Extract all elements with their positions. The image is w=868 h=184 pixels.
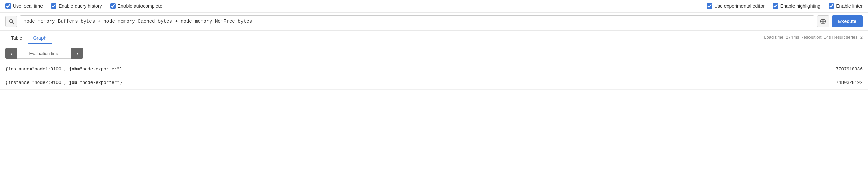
query-bar: Execute <box>0 13 868 31</box>
eval-time-label: Evaluation time <box>17 48 71 59</box>
enable-autocomplete-input[interactable] <box>110 3 116 9</box>
eval-next-button[interactable]: › <box>71 48 83 59</box>
result-row: {instance="node2:9100", job="node-export… <box>0 76 868 90</box>
enable-highlighting-label: Enable highlighting <box>780 3 820 9</box>
use-experimental-editor-checkbox[interactable]: Use experimental editor <box>707 3 765 9</box>
enable-query-history-label: Enable query history <box>59 3 102 9</box>
search-button[interactable] <box>5 16 17 27</box>
top-bar-left: Use local time Enable query history Enab… <box>5 3 699 9</box>
execute-button[interactable]: Execute <box>832 15 863 27</box>
tab-graph[interactable]: Graph <box>28 33 52 44</box>
globe-button[interactable] <box>817 15 829 27</box>
enable-linter-checkbox[interactable]: Enable linter <box>829 3 863 9</box>
enable-autocomplete-checkbox[interactable]: Enable autocomplete <box>110 3 163 9</box>
search-icon <box>9 19 14 24</box>
tab-table[interactable]: Table <box>5 33 28 44</box>
use-experimental-editor-label: Use experimental editor <box>714 3 765 9</box>
enable-query-history-input[interactable] <box>51 3 56 9</box>
enable-linter-label: Enable linter <box>836 3 863 9</box>
eval-row: ‹ Evaluation time › <box>0 44 868 62</box>
eval-nav: ‹ Evaluation time › <box>5 48 83 59</box>
enable-autocomplete-label: Enable autocomplete <box>118 3 163 9</box>
enable-highlighting-checkbox[interactable]: Enable highlighting <box>773 3 820 9</box>
top-bar-right: Use experimental editor Enable highlight… <box>707 3 863 9</box>
result-label-1: {instance="node1:9100", job="node-export… <box>5 67 122 72</box>
eval-prev-button[interactable]: ‹ <box>5 48 17 59</box>
svg-line-1 <box>12 22 14 24</box>
result-row: {instance="node1:9100", job="node-export… <box>0 62 868 76</box>
use-experimental-editor-input[interactable] <box>707 3 712 9</box>
tabs-row: Table Graph Load time: 274ms Resolution:… <box>0 31 868 44</box>
enable-query-history-checkbox[interactable]: Enable query history <box>51 3 102 9</box>
use-local-time-input[interactable] <box>5 3 11 9</box>
query-input[interactable] <box>20 15 814 27</box>
result-value-1: 7707918336 <box>836 67 863 72</box>
tabs-meta: Load time: 274ms Resolution: 14s Result … <box>764 35 863 42</box>
top-bar: Use local time Enable query history Enab… <box>0 0 868 13</box>
globe-icon <box>820 18 826 24</box>
tabs-left: Table Graph <box>5 33 52 44</box>
result-value-2: 7480328192 <box>836 80 863 85</box>
enable-highlighting-input[interactable] <box>773 3 778 9</box>
use-local-time-label: Use local time <box>13 3 43 9</box>
enable-linter-input[interactable] <box>829 3 834 9</box>
use-local-time-checkbox[interactable]: Use local time <box>5 3 43 9</box>
result-label-2: {instance="node2:9100", job="node-export… <box>5 80 122 85</box>
